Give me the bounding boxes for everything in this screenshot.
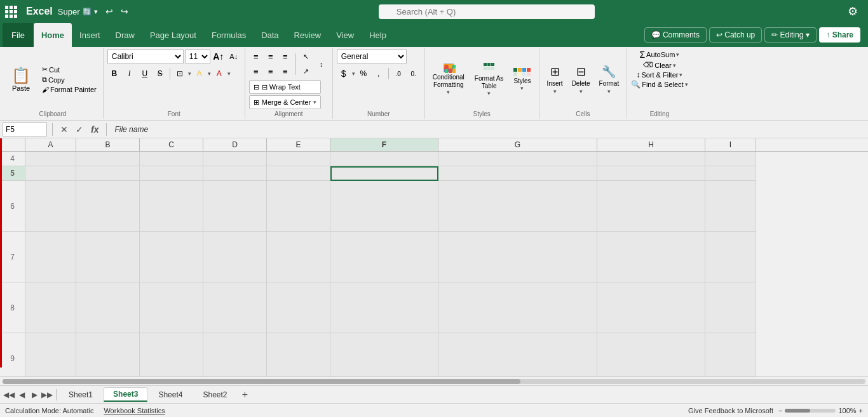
font-shrink-button[interactable]: A↓	[227, 50, 241, 63]
font-color-arrow[interactable]: ▾	[227, 70, 231, 77]
autosum-arrow[interactable]: ▾	[676, 51, 679, 58]
tab-view[interactable]: View	[329, 23, 362, 47]
cell-G7[interactable]	[438, 232, 597, 282]
tab-data[interactable]: Data	[254, 23, 286, 47]
col-header-G[interactable]: G	[438, 138, 597, 151]
align-top-right[interactable]: ≡	[278, 50, 292, 63]
copy-button[interactable]: ⧉ Copy	[39, 75, 99, 84]
sheet-nav-first[interactable]: ◀◀	[3, 388, 15, 401]
cell-B4[interactable]	[76, 152, 140, 166]
zoom-slider[interactable]	[785, 409, 836, 413]
font-name-select[interactable]: Calibri	[107, 50, 184, 63]
align-top-center[interactable]: ≡	[264, 50, 278, 63]
zoom-in-button[interactable]: +	[859, 407, 863, 414]
cell-E9[interactable]	[267, 333, 330, 376]
comma-button[interactable]: ,	[372, 67, 386, 81]
cell-I9[interactable]	[705, 333, 756, 376]
cell-A5[interactable]	[25, 166, 76, 181]
sort-arrow[interactable]: ▾	[679, 72, 682, 78]
sheet-tab-sheet4[interactable]: Sheet4	[149, 388, 192, 402]
cell-D5[interactable]	[203, 166, 267, 181]
cell-A9[interactable]	[25, 333, 76, 376]
borders-arrow[interactable]: ▾	[188, 70, 191, 77]
tab-insert[interactable]: Insert	[72, 23, 108, 47]
cut-button[interactable]: ✂ Cut	[39, 65, 99, 74]
cell-H5[interactable]	[597, 166, 705, 181]
cell-H7[interactable]	[597, 232, 705, 282]
styles-arrow[interactable]: ▾	[520, 85, 524, 91]
sheet-nav-last[interactable]: ▶▶	[41, 388, 53, 401]
add-sheet-button[interactable]: +	[238, 388, 252, 402]
number-format-select[interactable]: General	[337, 50, 407, 63]
col-header-H[interactable]: H	[597, 138, 705, 151]
cell-G4[interactable]	[438, 152, 597, 166]
insert-function-button[interactable]: fx	[88, 123, 101, 136]
cell-C5[interactable]	[140, 166, 203, 181]
cell-G9[interactable]	[438, 333, 597, 376]
cell-A7[interactable]	[25, 232, 76, 282]
cell-B7[interactable]	[76, 232, 140, 282]
scrollbar-track[interactable]	[3, 379, 865, 384]
align-mid-right[interactable]: ≡	[278, 64, 292, 78]
share-button[interactable]: ↑ Share	[819, 27, 860, 43]
decrease-decimal-button[interactable]: 0.	[407, 67, 421, 81]
cell-G5[interactable]	[438, 166, 597, 181]
text-direction-button[interactable]: ↕	[315, 57, 329, 71]
insert-button[interactable]: ⊞ Insert ▾	[543, 62, 567, 97]
zoom-out-button[interactable]: −	[778, 407, 782, 414]
cell-D9[interactable]	[203, 333, 267, 376]
find-arrow[interactable]: ▾	[685, 81, 688, 88]
sheet-tab-sheet3[interactable]: Sheet3	[104, 387, 147, 402]
cell-A4[interactable]	[25, 152, 76, 166]
cell-E4[interactable]	[267, 152, 330, 166]
cell-styles-button[interactable]: Styles ▾	[510, 66, 534, 93]
cell-A6[interactable]	[25, 181, 76, 232]
cell-B9[interactable]	[76, 333, 140, 376]
fill-color-button[interactable]: A	[193, 67, 207, 81]
sheet-nav-next[interactable]: ▶	[28, 388, 41, 401]
format-table-button[interactable]: Format AsTable ▾	[471, 61, 508, 98]
tab-formulas[interactable]: Formulas	[204, 23, 254, 47]
cell-G6[interactable]	[438, 181, 597, 232]
cell-E7[interactable]	[267, 232, 330, 282]
cell-C6[interactable]	[140, 181, 203, 232]
strikethrough-button[interactable]: S	[153, 67, 167, 81]
increase-decimal-button[interactable]: .0	[391, 67, 405, 81]
scrollbar-thumb[interactable]	[3, 379, 520, 384]
cell-F8[interactable]	[330, 282, 438, 333]
increase-indent-button[interactable]: ↗	[299, 64, 313, 78]
cell-F9[interactable]	[330, 333, 438, 376]
col-header-C[interactable]: C	[140, 138, 203, 151]
format-button[interactable]: 🔧 Format ▾	[595, 62, 623, 97]
underline-button[interactable]: U	[138, 67, 152, 81]
fill-color-arrow[interactable]: ▾	[208, 70, 211, 77]
cloud-dropdown[interactable]: ▾	[94, 8, 98, 16]
bold-button[interactable]: B	[107, 67, 121, 81]
cell-F7[interactable]	[330, 232, 438, 282]
delete-arrow[interactable]: ▾	[580, 88, 583, 95]
cell-C4[interactable]	[140, 152, 203, 166]
cell-H9[interactable]	[597, 333, 705, 376]
cell-D7[interactable]	[203, 232, 267, 282]
formula-input[interactable]	[112, 122, 865, 136]
comments-button[interactable]: 💬 Comments	[644, 27, 707, 43]
sheet-nav-prev[interactable]: ◀	[15, 388, 28, 401]
catchup-button[interactable]: ↩ Catch up	[709, 27, 762, 43]
cell-B5[interactable]	[76, 166, 140, 181]
font-grow-button[interactable]: A↑	[212, 50, 226, 63]
paste-button[interactable]: 📋 Paste	[6, 64, 36, 95]
cell-D8[interactable]	[203, 282, 267, 333]
cell-F4[interactable]	[330, 152, 438, 166]
cell-I6[interactable]	[705, 181, 756, 232]
cell-I5[interactable]	[705, 166, 756, 181]
col-header-I[interactable]: I	[705, 138, 756, 151]
font-color-button[interactable]: A	[212, 67, 226, 81]
redo-button[interactable]: ↪	[118, 5, 131, 18]
merge-dropdown-arrow[interactable]: ▾	[313, 99, 316, 105]
confirm-formula-button[interactable]: ✓	[73, 123, 86, 136]
clear-arrow[interactable]: ▾	[673, 62, 676, 69]
search-input[interactable]	[379, 4, 595, 19]
cell-E6[interactable]	[267, 181, 330, 232]
cell-I8[interactable]	[705, 282, 756, 333]
cell-I4[interactable]	[705, 152, 756, 166]
